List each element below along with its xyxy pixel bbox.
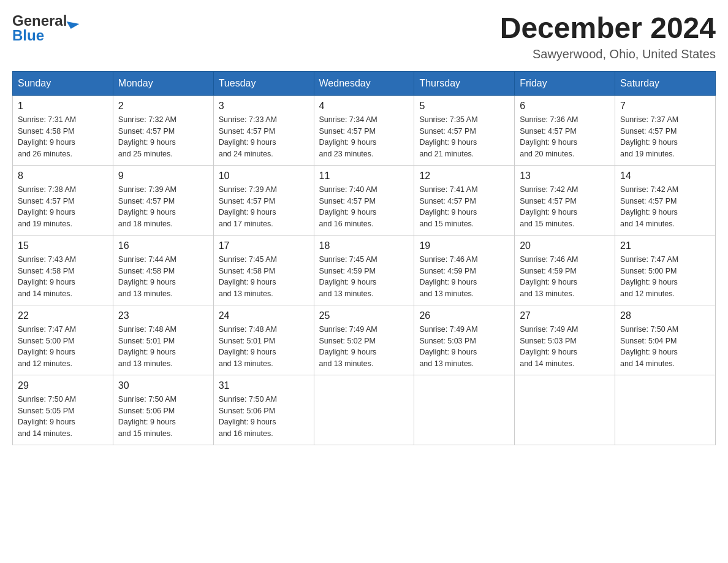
page-title: December 2024 bbox=[500, 12, 716, 45]
calendar-cell: 27Sunrise: 7:49 AM Sunset: 5:03 PM Dayli… bbox=[515, 305, 615, 375]
day-info: Sunrise: 7:41 AM Sunset: 4:57 PM Dayligh… bbox=[419, 184, 509, 230]
calendar-day-header: Monday bbox=[113, 71, 213, 95]
calendar-cell: 2Sunrise: 7:32 AM Sunset: 4:57 PM Daylig… bbox=[113, 95, 213, 165]
calendar-cell: 14Sunrise: 7:42 AM Sunset: 4:57 PM Dayli… bbox=[615, 165, 716, 235]
day-info: Sunrise: 7:38 AM Sunset: 4:57 PM Dayligh… bbox=[18, 184, 108, 230]
day-number: 11 bbox=[319, 170, 409, 182]
day-number: 13 bbox=[520, 170, 610, 182]
calendar-cell: 15Sunrise: 7:43 AM Sunset: 4:58 PM Dayli… bbox=[13, 235, 113, 305]
day-info: Sunrise: 7:50 AM Sunset: 5:04 PM Dayligh… bbox=[620, 324, 710, 370]
calendar-day-header: Saturday bbox=[615, 71, 716, 95]
calendar-week-row: 8Sunrise: 7:38 AM Sunset: 4:57 PM Daylig… bbox=[13, 165, 716, 235]
day-number: 30 bbox=[118, 380, 208, 391]
day-info: Sunrise: 7:32 AM Sunset: 4:57 PM Dayligh… bbox=[118, 114, 208, 160]
calendar-week-row: 15Sunrise: 7:43 AM Sunset: 4:58 PM Dayli… bbox=[13, 235, 716, 305]
page-subtitle: Sawyerwood, Ohio, United States bbox=[500, 47, 716, 61]
day-number: 6 bbox=[520, 101, 610, 112]
header: General Blue December 2024 Sawyerwood, O… bbox=[12, 12, 716, 61]
calendar-cell: 25Sunrise: 7:49 AM Sunset: 5:02 PM Dayli… bbox=[314, 305, 414, 375]
calendar-week-row: 1Sunrise: 7:31 AM Sunset: 4:58 PM Daylig… bbox=[13, 95, 716, 165]
calendar-day-header: Tuesday bbox=[213, 71, 314, 95]
calendar-cell: 23Sunrise: 7:48 AM Sunset: 5:01 PM Dayli… bbox=[113, 305, 213, 375]
day-number: 25 bbox=[319, 310, 409, 321]
day-number: 29 bbox=[18, 380, 108, 391]
day-info: Sunrise: 7:36 AM Sunset: 4:57 PM Dayligh… bbox=[520, 114, 610, 160]
calendar-cell: 8Sunrise: 7:38 AM Sunset: 4:57 PM Daylig… bbox=[13, 165, 113, 235]
calendar-cell: 19Sunrise: 7:46 AM Sunset: 4:59 PM Dayli… bbox=[414, 235, 515, 305]
calendar-cell: 20Sunrise: 7:46 AM Sunset: 4:59 PM Dayli… bbox=[515, 235, 615, 305]
day-number: 14 bbox=[620, 170, 710, 182]
calendar-cell: 29Sunrise: 7:50 AM Sunset: 5:05 PM Dayli… bbox=[13, 375, 113, 445]
day-number: 28 bbox=[620, 310, 710, 321]
day-number: 21 bbox=[620, 240, 710, 251]
day-number: 23 bbox=[118, 310, 208, 321]
day-number: 10 bbox=[219, 170, 309, 182]
day-number: 5 bbox=[419, 101, 509, 112]
day-number: 2 bbox=[118, 101, 208, 112]
calendar-day-header: Sunday bbox=[13, 71, 113, 95]
day-number: 18 bbox=[319, 240, 409, 251]
day-info: Sunrise: 7:50 AM Sunset: 5:06 PM Dayligh… bbox=[118, 394, 208, 440]
calendar-cell: 9Sunrise: 7:39 AM Sunset: 4:57 PM Daylig… bbox=[113, 165, 213, 235]
day-info: Sunrise: 7:39 AM Sunset: 4:57 PM Dayligh… bbox=[118, 184, 208, 230]
calendar-cell: 21Sunrise: 7:47 AM Sunset: 5:00 PM Dayli… bbox=[615, 235, 716, 305]
day-info: Sunrise: 7:35 AM Sunset: 4:57 PM Dayligh… bbox=[419, 114, 509, 160]
calendar-day-header: Friday bbox=[515, 71, 615, 95]
day-info: Sunrise: 7:40 AM Sunset: 4:57 PM Dayligh… bbox=[319, 184, 409, 230]
day-number: 1 bbox=[18, 101, 108, 112]
day-number: 20 bbox=[520, 240, 610, 251]
logo: General Blue bbox=[12, 12, 78, 44]
calendar-cell: 4Sunrise: 7:34 AM Sunset: 4:57 PM Daylig… bbox=[314, 95, 414, 165]
day-info: Sunrise: 7:42 AM Sunset: 4:57 PM Dayligh… bbox=[520, 184, 610, 230]
day-info: Sunrise: 7:34 AM Sunset: 4:57 PM Dayligh… bbox=[319, 114, 409, 160]
day-number: 15 bbox=[18, 240, 108, 251]
day-info: Sunrise: 7:47 AM Sunset: 5:00 PM Dayligh… bbox=[18, 324, 108, 370]
day-info: Sunrise: 7:39 AM Sunset: 4:57 PM Dayligh… bbox=[219, 184, 309, 230]
day-info: Sunrise: 7:33 AM Sunset: 4:57 PM Dayligh… bbox=[219, 114, 309, 160]
calendar-cell bbox=[615, 375, 716, 445]
calendar-cell bbox=[515, 375, 615, 445]
day-number: 8 bbox=[18, 170, 108, 182]
day-number: 7 bbox=[620, 101, 710, 112]
day-number: 31 bbox=[219, 380, 309, 391]
day-number: 26 bbox=[419, 310, 509, 321]
calendar-cell: 1Sunrise: 7:31 AM Sunset: 4:58 PM Daylig… bbox=[13, 95, 113, 165]
calendar-day-header: Thursday bbox=[414, 71, 515, 95]
calendar-cell: 16Sunrise: 7:44 AM Sunset: 4:58 PM Dayli… bbox=[113, 235, 213, 305]
calendar-day-header: Wednesday bbox=[314, 71, 414, 95]
day-info: Sunrise: 7:46 AM Sunset: 4:59 PM Dayligh… bbox=[419, 254, 509, 300]
day-number: 4 bbox=[319, 101, 409, 112]
logo-triangle-icon bbox=[67, 17, 80, 29]
day-info: Sunrise: 7:43 AM Sunset: 4:58 PM Dayligh… bbox=[18, 254, 108, 300]
calendar-cell: 12Sunrise: 7:41 AM Sunset: 4:57 PM Dayli… bbox=[414, 165, 515, 235]
day-info: Sunrise: 7:44 AM Sunset: 4:58 PM Dayligh… bbox=[118, 254, 208, 300]
calendar-cell: 6Sunrise: 7:36 AM Sunset: 4:57 PM Daylig… bbox=[515, 95, 615, 165]
calendar-cell: 24Sunrise: 7:48 AM Sunset: 5:01 PM Dayli… bbox=[213, 305, 314, 375]
day-number: 24 bbox=[219, 310, 309, 321]
day-info: Sunrise: 7:47 AM Sunset: 5:00 PM Dayligh… bbox=[620, 254, 710, 300]
calendar-cell: 5Sunrise: 7:35 AM Sunset: 4:57 PM Daylig… bbox=[414, 95, 515, 165]
day-info: Sunrise: 7:49 AM Sunset: 5:02 PM Dayligh… bbox=[319, 324, 409, 370]
calendar-cell: 28Sunrise: 7:50 AM Sunset: 5:04 PM Dayli… bbox=[615, 305, 716, 375]
day-info: Sunrise: 7:49 AM Sunset: 5:03 PM Dayligh… bbox=[419, 324, 509, 370]
day-info: Sunrise: 7:46 AM Sunset: 4:59 PM Dayligh… bbox=[520, 254, 610, 300]
day-number: 9 bbox=[118, 170, 208, 182]
title-block: December 2024 Sawyerwood, Ohio, United S… bbox=[500, 12, 716, 61]
day-info: Sunrise: 7:31 AM Sunset: 4:58 PM Dayligh… bbox=[18, 114, 108, 160]
day-number: 19 bbox=[419, 240, 509, 251]
day-info: Sunrise: 7:45 AM Sunset: 4:58 PM Dayligh… bbox=[219, 254, 309, 300]
calendar-week-row: 22Sunrise: 7:47 AM Sunset: 5:00 PM Dayli… bbox=[13, 305, 716, 375]
calendar-cell bbox=[314, 375, 414, 445]
calendar-cell: 13Sunrise: 7:42 AM Sunset: 4:57 PM Dayli… bbox=[515, 165, 615, 235]
day-number: 17 bbox=[219, 240, 309, 251]
day-info: Sunrise: 7:48 AM Sunset: 5:01 PM Dayligh… bbox=[219, 324, 309, 370]
day-info: Sunrise: 7:49 AM Sunset: 5:03 PM Dayligh… bbox=[520, 324, 610, 370]
day-number: 3 bbox=[219, 101, 309, 112]
day-number: 22 bbox=[18, 310, 108, 321]
calendar-cell: 30Sunrise: 7:50 AM Sunset: 5:06 PM Dayli… bbox=[113, 375, 213, 445]
calendar-cell: 22Sunrise: 7:47 AM Sunset: 5:00 PM Dayli… bbox=[13, 305, 113, 375]
calendar-week-row: 29Sunrise: 7:50 AM Sunset: 5:05 PM Dayli… bbox=[13, 375, 716, 445]
day-info: Sunrise: 7:48 AM Sunset: 5:01 PM Dayligh… bbox=[118, 324, 208, 370]
calendar-cell: 18Sunrise: 7:45 AM Sunset: 4:59 PM Dayli… bbox=[314, 235, 414, 305]
day-info: Sunrise: 7:37 AM Sunset: 4:57 PM Dayligh… bbox=[620, 114, 710, 160]
